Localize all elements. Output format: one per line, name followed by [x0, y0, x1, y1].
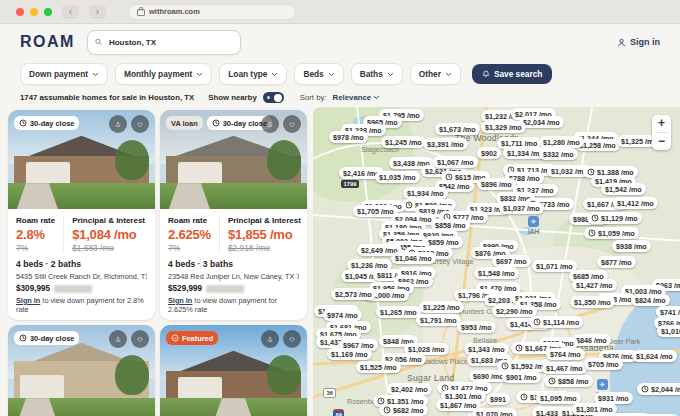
map-price-pill[interactable]: $1,467 /mo	[542, 362, 587, 374]
map-price-pill[interactable]: $1,427 /mo	[572, 279, 617, 291]
map-price-pill[interactable]: $697 /mo	[492, 255, 531, 267]
listing-card[interactable]: FeaturedRoam rate2.25%Principal & Intere…	[160, 325, 307, 416]
map-price-pill[interactable]: $901 /mo	[502, 371, 541, 383]
pill-price: $1,059 /mo	[598, 229, 635, 238]
map-price-pill[interactable]: $2,573 /mo	[331, 288, 376, 300]
map-price-pill[interactable]: $1,114 /mo	[529, 316, 583, 328]
map-price-pill[interactable]: $1,673 /mo	[435, 123, 480, 135]
show-nearby-toggle[interactable]	[263, 92, 284, 103]
map-price-pill[interactable]: $858 /mo	[544, 375, 593, 387]
map-price-pill[interactable]: $3,391 /mo	[423, 138, 468, 150]
map-price-pill[interactable]: $1,225 /mo	[419, 301, 464, 313]
search-input[interactable]	[107, 37, 233, 48]
location-search[interactable]	[87, 30, 241, 55]
favorite-button[interactable]	[283, 330, 301, 348]
map-price-pill[interactable]: $1,070 /mo	[472, 408, 517, 416]
map-price-pill[interactable]: $1,010 /mo	[657, 325, 680, 337]
share-button[interactable]	[109, 115, 127, 133]
map-price-pill[interactable]: $1,542 /mo	[601, 183, 646, 195]
map-price-pill[interactable]: $1,280 /mo	[539, 136, 584, 148]
filter-monthly-payment[interactable]: Monthly payment	[115, 63, 212, 85]
map-price-pill[interactable]: $1,265 /mo	[376, 306, 421, 318]
map[interactable]: + − StagecoachThe WoodlandsJersey Villag…	[313, 107, 680, 416]
browser-chrome: ‹ › withroam.com	[0, 0, 680, 24]
map-price-pill[interactable]: $1,169 /mo	[327, 348, 372, 360]
save-search-button[interactable]: Save search	[472, 64, 552, 84]
pill-price: $858 /mo	[558, 377, 589, 386]
map-price-pill[interactable]: $1,129 /mo	[587, 212, 642, 224]
filter-beds[interactable]: Beds	[294, 63, 343, 85]
map-price-pill[interactable]: $1,548 /mo	[474, 267, 519, 279]
favorite-button[interactable]	[131, 330, 149, 348]
map-price-pill[interactable]: $824 /mo	[631, 294, 670, 306]
map-price-pill[interactable]: $332 /mo	[539, 148, 578, 160]
browser-back-button[interactable]: ‹	[62, 5, 79, 19]
map-price-pill[interactable]: $978 /mo	[329, 131, 368, 143]
map-price-pill[interactable]: $974 /mo	[323, 309, 362, 321]
listing-card[interactable]: 30-day closeRoam rate2.8%7%Principal & I…	[8, 110, 155, 320]
pill-price: $1,010 /mo	[661, 327, 680, 336]
map-price-pill[interactable]: $953 /mo	[457, 321, 496, 333]
filter-other[interactable]: Other	[410, 63, 461, 85]
map-price-pill[interactable]: $1,412 /mo	[613, 197, 658, 209]
close-window-icon[interactable]	[16, 8, 24, 16]
map-price-pill[interactable]: $1,071 /mo	[532, 260, 577, 272]
map-price-pill[interactable]: $902	[477, 147, 501, 159]
window-controls[interactable]	[16, 8, 52, 16]
photo-garage	[178, 377, 222, 400]
share-button[interactable]	[109, 330, 127, 348]
filter-baths[interactable]: Baths	[351, 63, 403, 85]
map-price-pill[interactable]: $1,046 /mo	[391, 252, 436, 264]
zoom-out-button[interactable]: −	[652, 133, 671, 150]
map-price-pill[interactable]: $705 /mo	[584, 358, 623, 370]
filter-loan-type[interactable]: Loan type	[219, 63, 287, 85]
minimize-window-icon[interactable]	[30, 8, 38, 16]
roam-logo[interactable]: ROAM	[20, 33, 75, 51]
filter-down-payment[interactable]: Down payment	[20, 63, 108, 85]
map-price-pill[interactable]: $1,350 /mo	[570, 296, 615, 308]
map-price-pill[interactable]: $1,624 /mo	[632, 350, 677, 362]
pill-price: $682 /mo	[393, 406, 424, 415]
map-price-pill[interactable]: $991	[486, 393, 510, 405]
map-price-pill[interactable]: $764 /mo	[546, 348, 585, 360]
favorite-button[interactable]	[283, 115, 301, 133]
redacted-price-blur	[206, 285, 244, 293]
map-price-pill[interactable]: $2,402 /mo	[387, 383, 432, 395]
sign-in-link[interactable]: Sign in	[168, 296, 192, 305]
zoom-in-button[interactable]: +	[652, 115, 671, 132]
principal-interest-value: $1,855 /mo	[228, 227, 301, 242]
url-bar[interactable]: withroam.com	[128, 4, 296, 20]
maximize-window-icon[interactable]	[44, 8, 52, 16]
sign-in-button[interactable]: Sign in	[617, 37, 660, 47]
sort-value: Relevance	[333, 93, 372, 102]
listing-card[interactable]: 30-day closeRoam rate2.66%Principal & In…	[8, 325, 155, 416]
map-price-pill[interactable]: $1,245 /mo	[381, 136, 426, 148]
map-price-pill[interactable]: $846 /mo	[572, 334, 611, 346]
map-price-pill[interactable]: $1,329 /mo	[481, 121, 526, 133]
chevron-down-icon	[373, 94, 380, 101]
favorite-button[interactable]	[131, 115, 149, 133]
pill-price: $1,095 /mo	[540, 394, 577, 403]
map-price-pill[interactable]: $1,067 /mo	[433, 156, 478, 168]
listing-card[interactable]: VA loan30-day closeRoam rate2.625%7%Prin…	[160, 110, 307, 320]
map-price-pill[interactable]: $1,095 /mo	[536, 392, 581, 404]
sort-dropdown[interactable]: Relevance	[333, 93, 381, 102]
map-price-pill[interactable]: $1,035 /mo	[375, 171, 420, 183]
map-price-pill[interactable]: $1,525 /mo	[356, 361, 401, 373]
map-price-pill[interactable]: $1,791 /mo	[416, 314, 461, 326]
map-price-pill[interactable]: $896 /mo	[477, 178, 516, 190]
sign-in-link[interactable]: Sign in	[16, 296, 40, 305]
map-price-pill[interactable]: $1,037 /mo	[499, 202, 544, 214]
clock-icon	[405, 201, 413, 209]
map-price-pill[interactable]: $2,044 /mo	[637, 383, 680, 395]
share-button[interactable]	[261, 115, 279, 133]
map-price-pill[interactable]: $877 /mo	[597, 256, 636, 268]
map-price-pill[interactable]: $1,934 /mo	[403, 187, 448, 199]
browser-forward-button[interactable]: ›	[89, 5, 106, 19]
map-price-pill[interactable]: $2,290 /mo	[492, 305, 537, 317]
map-price-pill[interactable]: $1,059 /mo	[584, 227, 639, 239]
share-button[interactable]	[261, 330, 279, 348]
map-price-pill[interactable]: $682 /mo	[379, 404, 428, 416]
map-price-pill[interactable]: $938 /mo	[612, 240, 651, 252]
roam-rate-old-value: 7%	[168, 243, 211, 253]
